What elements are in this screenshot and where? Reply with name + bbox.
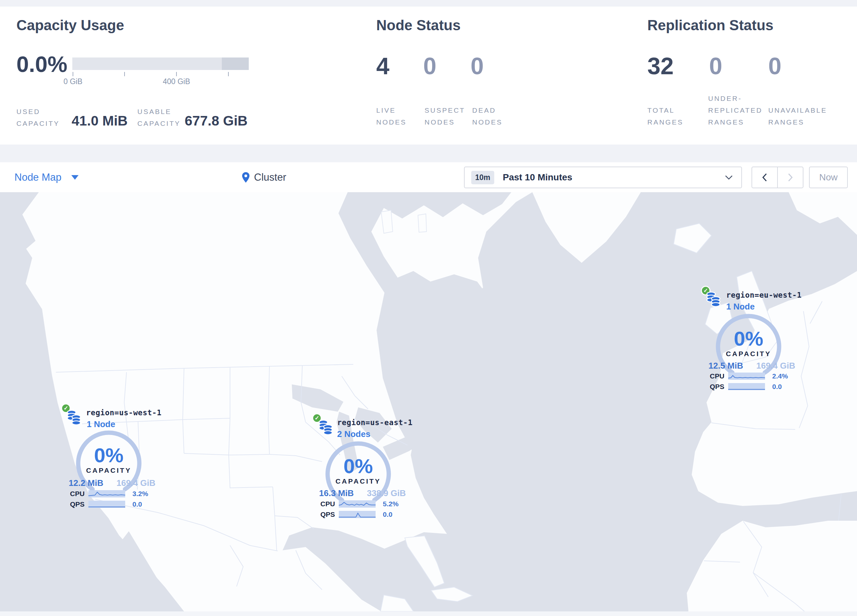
region-name: region=eu-west-1	[726, 291, 802, 299]
time-range-select[interactable]: 10m Past 10 Minutes	[464, 167, 742, 188]
used-capacity: 12.2 MiB	[69, 478, 104, 488]
capacity-usage-title: Capacity Usage	[16, 17, 124, 34]
capacity-values: 12.2 MiB 169.4 GiB	[69, 478, 155, 488]
world-map	[0, 192, 857, 611]
capacity-values: 12.5 MiB 169.4 GiB	[708, 361, 795, 371]
chevron-left-icon	[762, 173, 767, 182]
total-capacity: 338.9 GiB	[367, 488, 406, 499]
qps-label: QPS	[710, 383, 724, 391]
qps-value: 0.0	[132, 500, 142, 508]
under-replicated-label: UNDER- REPLICATED RANGES	[708, 93, 763, 128]
chevron-right-icon	[787, 173, 793, 182]
cpu-row: CPU 5.2%	[320, 500, 399, 508]
axis-tick	[228, 72, 229, 76]
region-node-count: 2 Nodes	[337, 429, 370, 439]
time-nav-buttons	[752, 167, 803, 188]
total-ranges-label: TOTAL RANGES	[647, 105, 684, 128]
database-stack-icon	[318, 419, 334, 435]
next-time-button[interactable]	[778, 167, 803, 188]
capacity-values: 16.3 MiB 338.9 GiB	[319, 488, 406, 499]
used-capacity: 12.5 MiB	[708, 361, 743, 371]
under-replicated-count: 0	[709, 52, 722, 80]
time-range-label: Past 10 Minutes	[503, 172, 572, 183]
total-ranges-count: 32	[647, 52, 674, 80]
cpu-value: 2.4%	[772, 372, 788, 380]
qps-value: 0.0	[772, 383, 782, 391]
view-dropdown-label: Node Map	[14, 171, 62, 183]
node-map[interactable]	[0, 192, 857, 611]
now-button[interactable]: Now	[809, 167, 848, 188]
dead-nodes-label: DEAD NODES	[472, 105, 503, 128]
total-capacity: 169.4 GiB	[116, 478, 155, 488]
cpu-sparkline	[339, 500, 376, 508]
live-nodes-label: LIVE NODES	[376, 105, 407, 128]
qps-sparkline	[728, 383, 765, 390]
qps-sparkline	[339, 511, 376, 518]
capacity-bar: 0 GiB 400 GiB	[72, 57, 249, 78]
location-pin-icon	[241, 172, 250, 183]
qps-label: QPS	[70, 500, 84, 508]
axis-tick	[176, 72, 177, 76]
qps-label: QPS	[320, 511, 335, 519]
cpu-sparkline	[88, 490, 125, 497]
usable-capacity-value: 677.8 GiB	[185, 113, 248, 129]
cpu-value: 5.2%	[383, 500, 399, 508]
dead-nodes-count: 0	[470, 52, 484, 80]
replication-status-title: Replication Status	[647, 17, 773, 34]
cpu-row: CPU 2.4%	[710, 372, 788, 380]
chevron-down-icon	[725, 175, 733, 180]
time-range-badge: 10m	[471, 171, 494, 184]
live-nodes-count: 4	[376, 52, 390, 80]
region-node-count: 1 Node	[87, 419, 115, 429]
capacity-percent: 0%	[325, 454, 391, 478]
region-node-count: 1 Node	[726, 302, 755, 312]
axis-tick-label: 400 GiB	[157, 77, 196, 86]
capacity-percent: 0%	[76, 443, 142, 467]
qps-sparkline	[88, 501, 125, 508]
qps-row: QPS 0.0	[320, 510, 392, 519]
used-capacity-value: 41.0 MiB	[72, 113, 127, 129]
cpu-value: 3.2%	[132, 490, 148, 498]
cpu-sparkline	[728, 372, 765, 380]
total-capacity: 169.4 GiB	[756, 361, 795, 371]
capacity-label: CAPACITY	[716, 350, 781, 358]
capacity-label: CAPACITY	[325, 477, 391, 485]
region-name: region=us-east-1	[337, 418, 413, 427]
unavailable-count: 0	[768, 52, 781, 80]
cpu-label: CPU	[70, 490, 84, 498]
cpu-label: CPU	[320, 500, 335, 508]
capacity-percent: 0%	[716, 327, 781, 350]
axis-tick	[124, 72, 125, 76]
usable-capacity-label: USABLE CAPACITY	[138, 106, 180, 130]
cpu-label: CPU	[710, 372, 724, 380]
suspect-nodes-label: SUSPECT NODES	[425, 105, 465, 128]
unavailable-label: UNAVAILABLE RANGES	[768, 105, 827, 128]
chevron-down-icon	[71, 175, 79, 180]
breadcrumb[interactable]: Cluster	[241, 169, 286, 186]
breadcrumb-label: Cluster	[254, 171, 286, 183]
capacity-bar-overprovisioned	[222, 57, 249, 70]
database-stack-icon	[706, 291, 722, 307]
region-name: region=us-west-1	[86, 408, 162, 417]
prev-time-button[interactable]	[752, 167, 778, 188]
qps-value: 0.0	[383, 511, 392, 519]
suspect-nodes-count: 0	[423, 52, 436, 80]
database-stack-icon	[67, 409, 82, 426]
capacity-percent: 0.0%	[16, 51, 67, 77]
qps-row: QPS 0.0	[70, 500, 142, 509]
page-footer-strip	[0, 611, 857, 616]
axis-tick-label: 0 GiB	[53, 77, 93, 86]
used-capacity: 16.3 MiB	[319, 488, 354, 499]
view-dropdown[interactable]: Node Map	[14, 170, 79, 185]
node-status-title: Node Status	[376, 17, 461, 34]
axis-tick	[73, 72, 73, 76]
cpu-row: CPU 3.2%	[70, 489, 148, 498]
used-capacity-label: USED CAPACITY	[16, 106, 59, 130]
qps-row: QPS 0.0	[710, 383, 782, 391]
now-button-label: Now	[819, 172, 838, 183]
capacity-label: CAPACITY	[76, 466, 142, 474]
